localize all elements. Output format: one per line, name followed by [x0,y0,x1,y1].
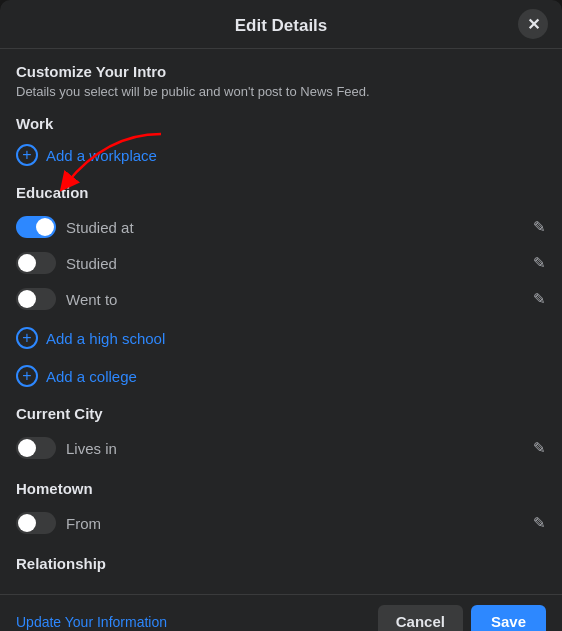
update-information-link[interactable]: Update Your Information [16,614,167,630]
went-to-row: Went to ✎ [16,281,546,317]
modal-body: Customize Your Intro Details you select … [0,49,562,594]
save-button[interactable]: Save [471,605,546,631]
from-toggle[interactable] [16,512,56,534]
went-to-toggle-knob [18,290,36,308]
studied-at-label: Studied at [66,219,525,236]
education-section: Education Studied at ✎ Studied ✎ [16,184,546,391]
add-college-label: Add a college [46,368,137,385]
lives-in-label: Lives in [66,440,525,457]
from-row: From ✎ [16,505,546,541]
from-edit-icon[interactable]: ✎ [533,514,546,532]
edit-details-modal: Edit Details ✕ Customize Your Intro Deta… [0,0,562,631]
studied-at-edit-icon[interactable]: ✎ [533,218,546,236]
intro-heading: Customize Your Intro [16,63,546,80]
modal-title: Edit Details [235,16,328,36]
add-workplace-label: Add a workplace [46,147,157,164]
lives-in-edit-icon[interactable]: ✎ [533,439,546,457]
lives-in-row: Lives in ✎ [16,430,546,466]
went-to-edit-icon[interactable]: ✎ [533,290,546,308]
current-city-title: Current City [16,405,546,422]
from-label: From [66,515,525,532]
work-section: Work + Add a workplace [16,115,546,170]
studied-row: Studied ✎ [16,245,546,281]
add-workplace-icon: + [16,144,38,166]
studied-edit-icon[interactable]: ✎ [533,254,546,272]
studied-toggle-knob [18,254,36,272]
hometown-section: Hometown From ✎ [16,480,546,541]
relationship-section: Relationship [16,555,546,572]
add-workplace-link[interactable]: + Add a workplace [16,140,546,170]
add-college-link[interactable]: + Add a college [16,361,546,391]
add-high-school-link[interactable]: + Add a high school [16,323,546,353]
current-city-section: Current City Lives in ✎ [16,405,546,466]
lives-in-toggle-knob [18,439,36,457]
work-title: Work [16,115,546,132]
add-high-school-icon: + [16,327,38,349]
studied-at-row: Studied at ✎ [16,209,546,245]
studied-at-toggle[interactable] [16,216,56,238]
add-college-icon: + [16,365,38,387]
cancel-button[interactable]: Cancel [378,605,463,631]
modal-footer: Update Your Information Cancel Save [0,594,562,631]
lives-in-toggle[interactable] [16,437,56,459]
add-high-school-label: Add a high school [46,330,165,347]
from-toggle-knob [18,514,36,532]
studied-at-toggle-knob [36,218,54,236]
intro-section: Customize Your Intro Details you select … [16,63,546,99]
hometown-title: Hometown [16,480,546,497]
education-title: Education [16,184,546,201]
relationship-title: Relationship [16,555,546,572]
studied-toggle[interactable] [16,252,56,274]
intro-subtitle: Details you select will be public and wo… [16,84,546,99]
studied-label: Studied [66,255,525,272]
modal-header: Edit Details ✕ [0,0,562,49]
went-to-label: Went to [66,291,525,308]
footer-buttons: Cancel Save [378,605,546,631]
close-button[interactable]: ✕ [518,9,548,39]
went-to-toggle[interactable] [16,288,56,310]
